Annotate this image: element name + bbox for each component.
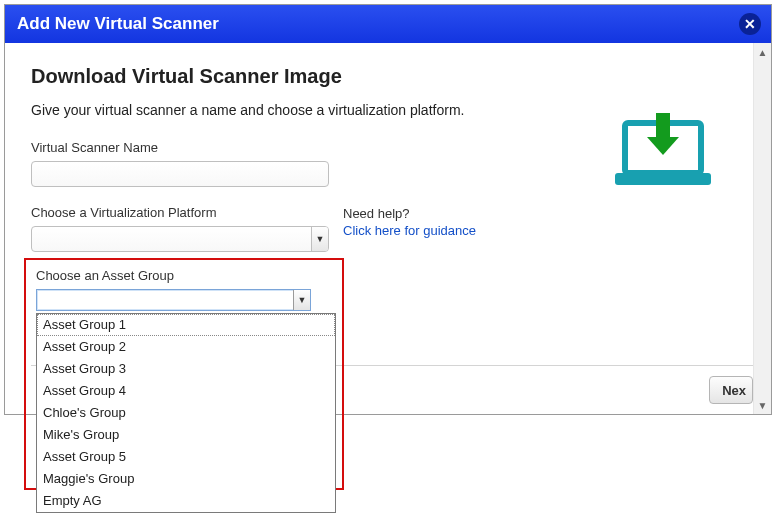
asset-label: Choose an Asset Group: [36, 268, 332, 283]
laptop-download-icon: [613, 113, 713, 191]
asset-option[interactable]: Maggie's Group: [37, 468, 335, 490]
asset-option[interactable]: Asset Group 1: [37, 314, 335, 336]
field-platform: Choose a Virtualization Platform ▼ Need …: [31, 205, 727, 252]
asset-select[interactable]: ▼: [36, 289, 311, 311]
asset-dropdown-list[interactable]: Asset Group 1Asset Group 2Asset Group 3A…: [36, 313, 336, 513]
close-icon[interactable]: ✕: [739, 13, 761, 35]
next-button[interactable]: Nex: [709, 376, 753, 404]
help-prompt: Need help?: [343, 206, 410, 221]
scroll-up-icon[interactable]: ▲: [754, 43, 771, 61]
chevron-down-icon: ▼: [311, 227, 328, 251]
platform-label: Choose a Virtualization Platform: [31, 205, 329, 220]
svg-rect-1: [615, 173, 711, 185]
help-block: Need help? Click here for guidance: [343, 205, 476, 240]
asset-option[interactable]: Asset Group 2: [37, 336, 335, 358]
page-title: Download Virtual Scanner Image: [31, 65, 727, 88]
chevron-down-icon: ▼: [293, 290, 310, 310]
name-input[interactable]: [31, 161, 329, 187]
scroll-down-icon[interactable]: ▼: [754, 396, 771, 414]
svg-marker-3: [647, 137, 679, 155]
asset-group-section: Choose an Asset Group ▼ Asset Group 1Ass…: [24, 258, 344, 490]
modal-title: Add New Virtual Scanner: [17, 14, 219, 34]
next-label: Nex: [722, 383, 746, 398]
asset-option[interactable]: Asset Group 4: [37, 380, 335, 402]
help-link[interactable]: Click here for guidance: [343, 223, 476, 238]
asset-option[interactable]: Empty AG: [37, 490, 335, 512]
asset-option[interactable]: Asset Group 5: [37, 446, 335, 468]
asset-option[interactable]: Asset Group 3: [37, 358, 335, 380]
titlebar: Add New Virtual Scanner ✕: [5, 5, 771, 43]
scrollbar[interactable]: ▲ ▼: [753, 43, 771, 414]
svg-rect-2: [656, 113, 670, 139]
asset-option[interactable]: Chloe's Group: [37, 402, 335, 424]
platform-select[interactable]: ▼: [31, 226, 329, 252]
asset-option[interactable]: Mike's Group: [37, 424, 335, 446]
